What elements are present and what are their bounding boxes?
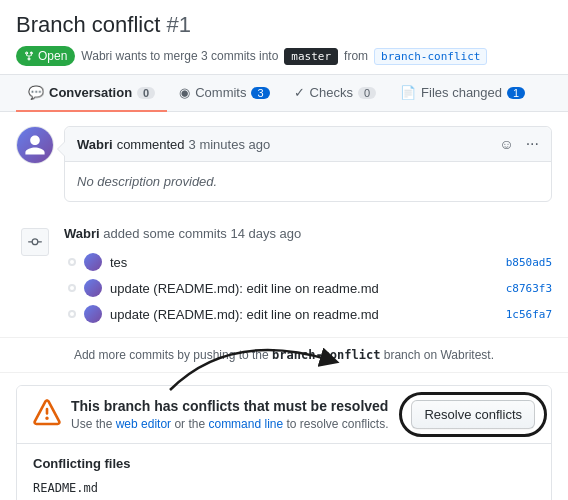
- comment-section: Wabri commented 3 minutes ago ☺ ··· No d…: [0, 112, 568, 216]
- comment-action: commented: [117, 137, 185, 152]
- conflict-section: This branch has conflicts that must be r…: [16, 385, 552, 500]
- conflict-header-left: This branch has conflicts that must be r…: [33, 398, 389, 431]
- conversation-count: 0: [137, 87, 155, 99]
- commits-git-icon: [28, 235, 42, 249]
- comment-bubble: Wabri commented 3 minutes ago ☺ ··· No d…: [64, 126, 552, 202]
- commit-sha[interactable]: 1c56fa7: [506, 308, 552, 321]
- comment-author: Wabri: [77, 137, 113, 152]
- conflicting-files-title: Conflicting files: [33, 456, 535, 471]
- conflict-header: This branch has conflicts that must be r…: [17, 386, 551, 443]
- files-count: 1: [507, 87, 525, 99]
- avatar: [16, 126, 54, 164]
- commit-list: tes b850ad5 update (README.md): edit lin…: [64, 249, 552, 327]
- table-row: update (README.md): edit line on readme.…: [64, 301, 552, 327]
- conversation-icon: 💬: [28, 85, 44, 100]
- commit-message: tes: [110, 255, 498, 270]
- more-options-button[interactable]: ···: [526, 135, 539, 153]
- tab-conversation[interactable]: 💬 Conversation 0: [16, 75, 167, 112]
- table-row: tes b850ad5: [64, 249, 552, 275]
- checks-icon: ✓: [294, 85, 305, 100]
- commit-avatar: [84, 305, 102, 323]
- commits-icon-col: [16, 226, 54, 256]
- web-editor-link[interactable]: web editor: [116, 417, 171, 431]
- commits-icon: ◉: [179, 85, 190, 100]
- status-badge: Open: [16, 46, 75, 66]
- page-header: Branch conflict #1 Open Wabri wants to m…: [0, 0, 568, 75]
- tab-files-changed[interactable]: 📄 Files changed 1: [388, 75, 537, 112]
- resolve-conflicts-button[interactable]: Resolve conflicts: [411, 400, 535, 429]
- table-row: update (README.md): edit line on readme.…: [64, 275, 552, 301]
- commit-avatar: [84, 253, 102, 271]
- conflicting-file: README.md: [33, 479, 535, 497]
- commit-avatar: [84, 279, 102, 297]
- commit-sha[interactable]: b850ad5: [506, 256, 552, 269]
- comment-header-right: ☺ ···: [495, 134, 539, 154]
- conflicting-files: Conflicting files README.md: [17, 443, 551, 500]
- commits-section: Wabri added some commits 14 days ago tes…: [0, 216, 568, 337]
- comment-header: Wabri commented 3 minutes ago ☺ ···: [65, 127, 551, 162]
- push-notice-branch: branch-conflict: [272, 348, 380, 362]
- tab-commits[interactable]: ◉ Commits 3: [167, 75, 281, 112]
- base-branch-tag[interactable]: master: [284, 48, 338, 65]
- commits-count: 3: [251, 87, 269, 99]
- files-icon: 📄: [400, 85, 416, 100]
- pr-title: Branch conflict #1: [16, 12, 552, 38]
- comment-time: 3 minutes ago: [189, 137, 271, 152]
- comment-text: No description provided.: [77, 174, 217, 189]
- commits-meta: Wabri added some commits 14 days ago: [64, 226, 552, 241]
- tab-checks[interactable]: ✓ Checks 0: [282, 75, 388, 112]
- comment-header-left: Wabri commented 3 minutes ago: [77, 137, 270, 152]
- commits-content: Wabri added some commits 14 days ago tes…: [64, 226, 552, 327]
- head-branch-tag[interactable]: branch-conflict: [374, 48, 487, 65]
- commits-author: Wabri: [64, 226, 100, 241]
- commits-action: added some commits: [103, 226, 227, 241]
- comment-body: No description provided.: [65, 162, 551, 201]
- commits-time: 14 days ago: [230, 226, 301, 241]
- conflict-subtitle: Use the web editor or the command line t…: [71, 417, 389, 431]
- avatar-image: [17, 127, 53, 163]
- pr-number: #1: [166, 12, 190, 37]
- git-commit-icon: [21, 228, 49, 256]
- commit-dot: [68, 284, 76, 292]
- emoji-button[interactable]: ☺: [495, 134, 517, 154]
- conflict-text: This branch has conflicts that must be r…: [71, 398, 389, 431]
- commit-dot: [68, 310, 76, 318]
- checks-count: 0: [358, 87, 376, 99]
- command-line-link[interactable]: command line: [208, 417, 283, 431]
- conflict-title: This branch has conflicts that must be r…: [71, 398, 389, 414]
- commit-dot: [68, 258, 76, 266]
- user-icon: [23, 133, 47, 157]
- push-notice: Add more commits by pushing to the branc…: [0, 337, 568, 373]
- commit-message: update (README.md): edit line on readme.…: [110, 307, 498, 322]
- commit-sha[interactable]: c8763f3: [506, 282, 552, 295]
- commit-message: update (README.md): edit line on readme.…: [110, 281, 498, 296]
- tab-bar: 💬 Conversation 0 ◉ Commits 3 ✓ Checks 0 …: [0, 75, 568, 112]
- pr-meta: Open Wabri wants to merge 3 commits into…: [16, 46, 552, 66]
- resolve-wrapper: Resolve conflicts: [411, 400, 535, 429]
- git-branch-icon: [24, 51, 34, 61]
- warning-icon: [33, 399, 61, 427]
